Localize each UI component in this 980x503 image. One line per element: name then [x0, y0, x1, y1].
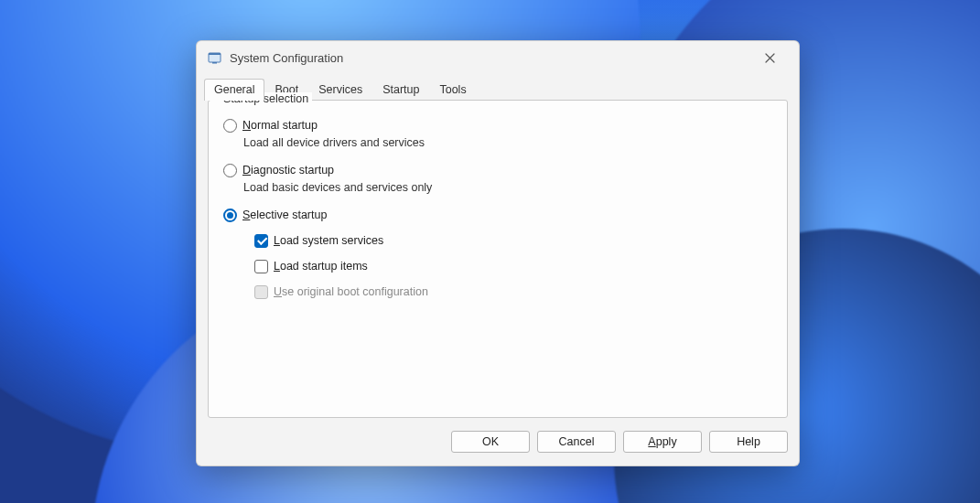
apply-button-label: Apply	[648, 435, 676, 448]
diagnostic-startup-desc: Load basic devices and services only	[243, 181, 772, 194]
load-system-services-label: Load system services	[274, 232, 383, 249]
close-icon	[765, 53, 775, 63]
tab-services[interactable]: Services	[308, 79, 372, 101]
svg-rect-2	[212, 62, 217, 64]
load-startup-items-label: Load startup items	[274, 258, 368, 274]
use-original-boot-label: Use original boot configuration	[274, 284, 428, 300]
checkbox-load-startup-items[interactable]	[254, 260, 268, 273]
normal-startup-desc: Load all device drivers and services	[243, 136, 772, 149]
ok-button[interactable]: OK	[451, 431, 530, 453]
radio-selective-startup[interactable]	[223, 209, 237, 222]
apply-button[interactable]: Apply	[623, 431, 702, 453]
svg-rect-1	[209, 53, 221, 55]
checkbox-use-original-boot	[254, 285, 268, 299]
radio-selective-label: Selective startup	[242, 207, 327, 223]
window-title: System Configuration	[230, 51, 751, 65]
radio-diagnostic-label: Diagnostic startup	[242, 162, 334, 178]
startup-selection-group: Startup selection Normal startup Load al…	[208, 100, 788, 418]
tab-tools[interactable]: Tools	[429, 79, 476, 101]
help-button[interactable]: Help	[709, 431, 788, 453]
system-configuration-dialog: System Configuration General Boot Servic…	[196, 40, 800, 466]
titlebar: System Configuration	[197, 41, 799, 72]
dialog-footer: OK Cancel Apply Help	[197, 418, 799, 466]
tab-startup[interactable]: Startup	[372, 79, 429, 101]
close-button[interactable]	[751, 45, 788, 70]
tab-general[interactable]: General	[204, 79, 264, 101]
radio-normal-label: Normal startup	[242, 117, 318, 134]
msconfig-icon	[208, 50, 222, 65]
radio-normal-startup[interactable]	[223, 119, 237, 133]
checkbox-load-system-services[interactable]	[254, 234, 268, 248]
cancel-button[interactable]: Cancel	[537, 431, 616, 453]
radio-diagnostic-startup[interactable]	[223, 164, 237, 177]
